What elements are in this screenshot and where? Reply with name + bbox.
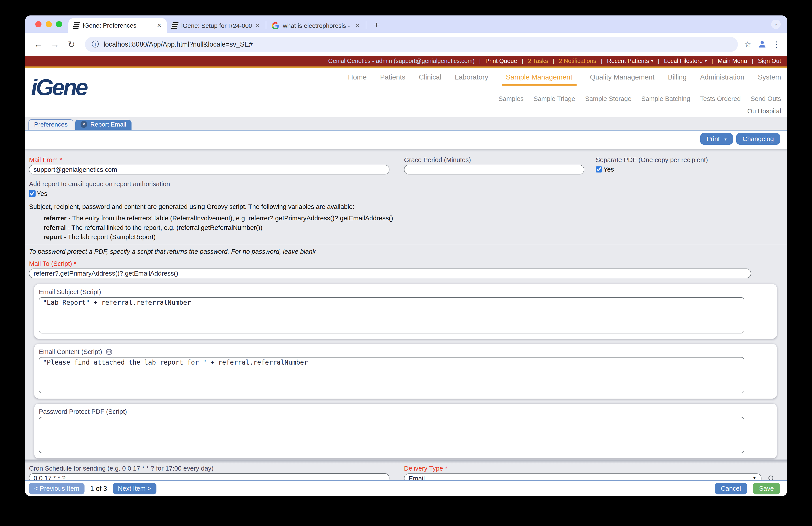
password-protect-label: Password Protect PDF (Script) xyxy=(39,408,777,415)
close-tab-icon[interactable]: ✕ xyxy=(81,121,87,128)
nav-clinical[interactable]: Clinical xyxy=(419,73,441,85)
nav-laboratory[interactable]: Laboratory xyxy=(455,73,488,85)
variable-report: report - The lab report (SampleReport) xyxy=(43,232,780,242)
nav-system[interactable]: System xyxy=(758,73,781,85)
nav-patients[interactable]: Patients xyxy=(380,73,406,85)
browser-menu-kebab-icon[interactable]: ⋮ xyxy=(772,40,780,49)
main-menu-link[interactable]: Main Menu xyxy=(718,58,748,65)
separator: | xyxy=(752,58,753,64)
groovy-intro-text: Subject, recipient, password and content… xyxy=(29,203,780,211)
separate-pdf-checkbox[interactable] xyxy=(596,166,603,173)
tab-report-email[interactable]: ✕Report Email xyxy=(75,120,131,130)
tab-title: iGene: Preferences xyxy=(83,22,153,29)
app-header: iGene Home Patients Clinical Laboratory … xyxy=(25,68,787,117)
browser-tab-3[interactable]: what is electrophoresis - Goog ✕ xyxy=(267,19,365,33)
action-strip: Print▾ Changelog xyxy=(25,130,787,149)
document-tabs: Preferences ✕Report Email xyxy=(25,117,787,130)
local-filestore-menu[interactable]: Local Filestore▾ xyxy=(664,58,707,65)
igene-logo: iGene xyxy=(31,74,87,100)
password-protect-card: Password Protect PDF (Script) xyxy=(34,404,777,458)
separate-pdf-yes-label: Yes xyxy=(604,166,614,173)
subnav-sample-storage[interactable]: Sample Storage xyxy=(585,95,631,102)
url-text[interactable]: localhost:8080/App/App.html?null&locale=… xyxy=(103,40,253,48)
previous-item-button[interactable]: < Previous Item xyxy=(29,483,85,494)
forward-icon[interactable]: → xyxy=(48,39,62,49)
browser-tab-2[interactable]: iGene: Setup for R24-000F ✕ xyxy=(167,19,265,33)
nav-administration[interactable]: Administration xyxy=(700,73,744,85)
browser-toolbar: ← → ↻ ⓘ localhost:8080/App/App.html?null… xyxy=(25,33,787,56)
password-note: To password protect a PDF, specify a scr… xyxy=(29,248,780,255)
nav-home[interactable]: Home xyxy=(348,73,367,85)
separator: | xyxy=(553,58,554,64)
email-subject-card: Email Subject (Script) "Lab Report" + re… xyxy=(34,284,777,339)
browser-tab-strip: iGene: Preferences ✕ iGene: Setup for R2… xyxy=(25,15,787,32)
reload-icon[interactable]: ↻ xyxy=(64,39,79,49)
browser-tab-active[interactable]: iGene: Preferences ✕ xyxy=(68,18,167,33)
search-icon[interactable] xyxy=(768,475,775,480)
bookmark-star-icon[interactable]: ☆ xyxy=(744,40,751,49)
mail-to-label: Mail To (Script) * xyxy=(29,260,780,267)
subnav-send-outs[interactable]: Send Outs xyxy=(751,95,781,102)
add-to-queue-yes-label: Yes xyxy=(37,190,47,197)
subnav-samples[interactable]: Samples xyxy=(498,95,524,102)
profile-avatar-icon[interactable] xyxy=(757,39,767,49)
subnav-sample-batching[interactable]: Sample Batching xyxy=(641,95,690,102)
new-tab-button[interactable]: + xyxy=(374,20,379,30)
browser-window: iGene: Preferences ✕ iGene: Setup for R2… xyxy=(25,15,787,496)
cancel-button[interactable]: Cancel xyxy=(715,483,748,494)
caret-down-icon: ▾ xyxy=(705,58,707,63)
section-divider xyxy=(25,245,787,245)
variable-referrer: referrer - The entry from the referrers'… xyxy=(43,214,780,223)
print-queue-link[interactable]: Print Queue xyxy=(485,58,517,65)
minimize-window-button[interactable] xyxy=(46,21,52,27)
save-button[interactable]: Save xyxy=(753,483,780,494)
tab-title: what is electrophoresis - Goog xyxy=(283,22,352,29)
email-subject-label: Email Subject (Script) xyxy=(39,288,777,296)
google-favicon xyxy=(272,22,279,29)
notifications-link[interactable]: 2 Notifications xyxy=(559,58,596,65)
app-top-bar: Genial Genetics - admin (support@genialg… xyxy=(25,56,787,68)
page-content: Preferences ✕Report Email Print▾ Changel… xyxy=(25,117,787,480)
email-content-textarea[interactable]: "Please find attached the lab report for… xyxy=(39,357,744,393)
back-icon[interactable]: ← xyxy=(31,39,46,49)
sign-out-link[interactable]: Sign Out xyxy=(758,58,781,65)
site-info-icon[interactable]: ⓘ xyxy=(91,41,99,48)
scroll-shadow xyxy=(25,459,787,464)
groovy-variables: referrer - The entry from the referrers'… xyxy=(43,214,780,242)
email-content-label: Email Content (Script) xyxy=(39,348,102,356)
password-protect-textarea[interactable] xyxy=(39,417,744,453)
caret-down-icon: ▾ xyxy=(651,58,653,63)
tab-close-icon[interactable]: ✕ xyxy=(355,22,360,29)
add-to-queue-label: Add report to email queue on report auth… xyxy=(29,180,780,188)
mail-from-input[interactable] xyxy=(29,165,389,175)
item-count: 1 of 3 xyxy=(90,485,107,493)
tab-search-chevron-icon[interactable]: ⌄ xyxy=(771,20,781,29)
changelog-button[interactable]: Changelog xyxy=(736,133,780,145)
delivery-type-select[interactable]: Email xyxy=(404,473,762,480)
subnav-sample-triage[interactable]: Sample Triage xyxy=(534,95,575,102)
nav-sample-management[interactable]: Sample Management xyxy=(502,73,577,86)
print-button[interactable]: Print▾ xyxy=(700,133,733,145)
close-window-button[interactable] xyxy=(35,21,42,27)
mail-to-input[interactable] xyxy=(29,269,751,279)
email-subject-textarea[interactable]: "Lab Report" + referral.referralNumber xyxy=(39,297,744,333)
nav-quality-management[interactable]: Quality Management xyxy=(590,73,654,85)
igene-favicon xyxy=(171,22,178,29)
zoom-window-button[interactable] xyxy=(56,21,62,27)
recent-patients-menu[interactable]: Recent Patients▾ xyxy=(607,58,653,65)
tasks-link[interactable]: 2 Tasks xyxy=(528,58,548,65)
add-to-queue-checkbox[interactable] xyxy=(29,190,36,197)
next-item-button[interactable]: Next Item > xyxy=(113,483,157,494)
sub-nav: Samples Sample Triage Sample Storage Sam… xyxy=(498,95,781,102)
cron-schedule-input[interactable] xyxy=(29,473,389,480)
tab-close-icon[interactable]: ✕ xyxy=(157,22,162,29)
subnav-tests-ordered[interactable]: Tests Ordered xyxy=(700,95,741,102)
grace-period-input[interactable] xyxy=(404,165,584,175)
report-email-form: Mail From * Grace Period (Minutes) Separ… xyxy=(25,149,787,480)
nav-billing[interactable]: Billing xyxy=(668,73,687,85)
address-bar[interactable]: ⓘ localhost:8080/App/App.html?null&local… xyxy=(85,37,738,52)
window-controls xyxy=(35,21,62,27)
tab-preferences[interactable]: Preferences xyxy=(28,119,73,130)
tab-close-icon[interactable]: ✕ xyxy=(255,22,260,29)
ou-hospital-link[interactable]: Hospital xyxy=(758,107,781,115)
